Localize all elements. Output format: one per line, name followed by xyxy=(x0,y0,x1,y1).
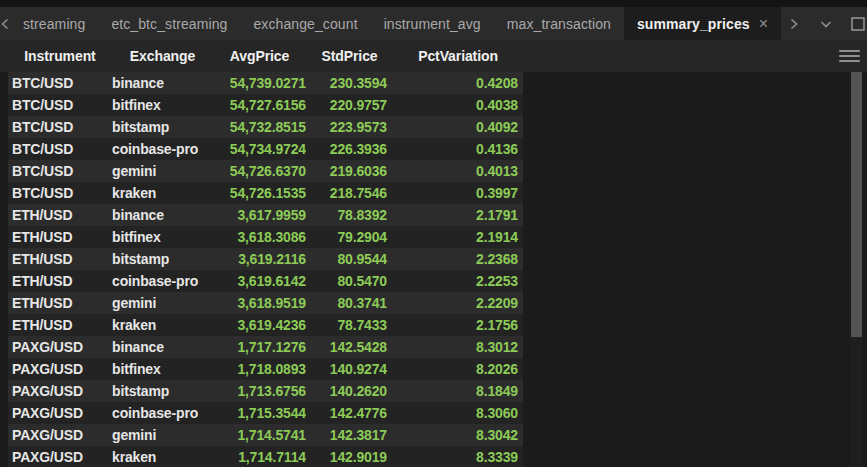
cell-pctvariation: 0.4013 xyxy=(393,160,523,182)
cell-stdprice: 142.5428 xyxy=(306,336,393,358)
table-row[interactable]: PAXG/USDbitstamp1,713.6756140.26208.1849 xyxy=(8,380,523,402)
cell-exchange: gemini xyxy=(108,160,213,182)
column-header-avgprice[interactable]: AvgPrice xyxy=(213,48,306,64)
cell-instrument: ETH/USD xyxy=(8,204,108,226)
cell-pctvariation: 8.3012 xyxy=(393,336,523,358)
table-row[interactable]: ETH/USDbitstamp3,619.211680.95442.2368 xyxy=(8,248,523,270)
cell-pctvariation: 0.3997 xyxy=(393,182,523,204)
cell-avgprice: 1,715.3544 xyxy=(213,402,306,424)
chevron-right-icon[interactable] xyxy=(781,7,807,40)
cell-exchange: bitfinex xyxy=(108,358,213,380)
cell-stdprice: 80.3741 xyxy=(306,292,393,314)
cell-stdprice: 220.9757 xyxy=(306,94,393,116)
scrollbar-thumb[interactable] xyxy=(851,72,862,337)
cell-instrument: ETH/USD xyxy=(8,248,108,270)
cell-instrument: BTC/USD xyxy=(8,138,108,160)
table-row[interactable]: PAXG/USDkraken1,714.7114142.90198.3339 xyxy=(8,446,523,467)
cell-avgprice: 54,726.6370 xyxy=(213,160,306,182)
tab-etc_btc_streaming[interactable]: etc_btc_streaming xyxy=(98,7,240,40)
cell-stdprice: 230.3594 xyxy=(306,72,393,94)
cell-exchange: binance xyxy=(108,336,213,358)
cell-pctvariation: 8.1849 xyxy=(393,380,523,402)
cell-instrument: BTC/USD xyxy=(8,160,108,182)
table-row[interactable]: PAXG/USDbinance1,717.1276142.54288.3012 xyxy=(8,336,523,358)
cell-pctvariation: 0.4038 xyxy=(393,94,523,116)
tab-summary_prices[interactable]: summary_prices× xyxy=(624,7,781,40)
cell-avgprice: 1,718.0893 xyxy=(213,358,306,380)
tab-bar: streamingetc_btc_streamingexchange_count… xyxy=(0,7,867,40)
tab-label: instrument_avg xyxy=(384,16,481,32)
close-icon[interactable]: × xyxy=(759,16,768,32)
cell-instrument: PAXG/USD xyxy=(8,380,108,402)
cell-avgprice: 3,617.9959 xyxy=(213,204,306,226)
column-header-pctvariation[interactable]: PctVariation xyxy=(393,48,523,64)
cell-avgprice: 54,727.6156 xyxy=(213,94,306,116)
cell-exchange: bitstamp xyxy=(108,248,213,270)
column-header-instrument[interactable]: Instrument xyxy=(8,48,108,64)
table-row[interactable]: PAXG/USDgemini1,714.5741142.38178.3042 xyxy=(8,424,523,446)
cell-stdprice: 223.9573 xyxy=(306,116,393,138)
cell-pctvariation: 0.4136 xyxy=(393,138,523,160)
table-row[interactable]: PAXG/USDbitfinex1,718.0893140.92748.2026 xyxy=(8,358,523,380)
cell-pctvariation: 2.1914 xyxy=(393,226,523,248)
vertical-scrollbar[interactable] xyxy=(851,72,862,467)
table-row[interactable]: BTC/USDcoinbase-pro54,734.9724226.39360.… xyxy=(8,138,523,160)
table-row[interactable]: BTC/USDgemini54,726.6370219.60360.4013 xyxy=(8,160,523,182)
table-row[interactable]: BTC/USDkraken54,726.1535218.75460.3997 xyxy=(8,182,523,204)
cell-avgprice: 1,714.5741 xyxy=(213,424,306,446)
cell-exchange: binance xyxy=(108,204,213,226)
menu-icon[interactable] xyxy=(839,47,860,65)
cell-exchange: bitfinex xyxy=(108,94,213,116)
cell-exchange: coinbase-pro xyxy=(108,270,213,292)
chevron-down-icon[interactable] xyxy=(813,7,839,40)
tab-instrument_avg[interactable]: instrument_avg xyxy=(371,7,494,40)
cell-pctvariation: 8.3339 xyxy=(393,446,523,467)
cell-stdprice: 80.5470 xyxy=(306,270,393,292)
tab-streaming[interactable]: streaming xyxy=(10,7,98,40)
table-row[interactable]: ETH/USDkraken3,619.423678.74332.1756 xyxy=(8,314,523,336)
table-row[interactable]: ETH/USDbinance3,617.995978.83922.1791 xyxy=(8,204,523,226)
table-row[interactable]: ETH/USDcoinbase-pro3,619.614280.54702.22… xyxy=(8,270,523,292)
table-row[interactable]: ETH/USDbitfinex3,618.308679.29042.1914 xyxy=(8,226,523,248)
cell-instrument: ETH/USD xyxy=(8,292,108,314)
cell-stdprice: 142.3817 xyxy=(306,424,393,446)
cell-stdprice: 142.4776 xyxy=(306,402,393,424)
tab-max_transaction[interactable]: max_transaction xyxy=(494,7,624,40)
cell-avgprice: 3,619.2116 xyxy=(213,248,306,270)
cell-instrument: PAXG/USD xyxy=(8,402,108,424)
table-row[interactable]: BTC/USDbitstamp54,732.8515223.95730.4092 xyxy=(8,116,523,138)
cell-stdprice: 140.9274 xyxy=(306,358,393,380)
cell-instrument: ETH/USD xyxy=(8,314,108,336)
cell-instrument: ETH/USD xyxy=(8,226,108,248)
menu-bar xyxy=(839,50,860,52)
cell-avgprice: 1,713.6756 xyxy=(213,380,306,402)
cell-avgprice: 54,739.0271 xyxy=(213,72,306,94)
cell-instrument: PAXG/USD xyxy=(8,446,108,467)
cell-exchange: kraken xyxy=(108,314,213,336)
cell-pctvariation: 0.4092 xyxy=(393,116,523,138)
cell-avgprice: 3,619.4236 xyxy=(213,314,306,336)
cell-stdprice: 219.6036 xyxy=(306,160,393,182)
cell-exchange: gemini xyxy=(108,424,213,446)
tab-label: etc_btc_streaming xyxy=(111,16,227,32)
chevron-left-icon[interactable] xyxy=(0,7,10,40)
cell-avgprice: 3,618.3086 xyxy=(213,226,306,248)
column-header-exchange[interactable]: Exchange xyxy=(108,48,213,64)
tab-label: summary_prices xyxy=(637,16,750,32)
app-window: streamingetc_btc_streamingexchange_count… xyxy=(0,0,867,467)
tab-bar-actions xyxy=(781,7,867,40)
maximize-icon[interactable] xyxy=(845,7,867,40)
tab-exchange_count[interactable]: exchange_count xyxy=(240,7,370,40)
cell-stdprice: 79.2904 xyxy=(306,226,393,248)
cell-stdprice: 140.2620 xyxy=(306,380,393,402)
cell-avgprice: 3,619.6142 xyxy=(213,270,306,292)
table-row[interactable]: BTC/USDbinance54,739.0271230.35940.4208 xyxy=(8,72,523,94)
table-row[interactable]: PAXG/USDcoinbase-pro1,715.3544142.47768.… xyxy=(8,402,523,424)
cell-avgprice: 1,714.7114 xyxy=(213,446,306,467)
cell-exchange: bitfinex xyxy=(108,226,213,248)
window-top-strip xyxy=(0,0,867,7)
table-row[interactable]: ETH/USDgemini3,618.951980.37412.2209 xyxy=(8,292,523,314)
table-row[interactable]: BTC/USDbitfinex54,727.6156220.97570.4038 xyxy=(8,94,523,116)
column-header-stdprice[interactable]: StdPrice xyxy=(306,48,393,64)
tab-label: max_transaction xyxy=(507,16,611,32)
